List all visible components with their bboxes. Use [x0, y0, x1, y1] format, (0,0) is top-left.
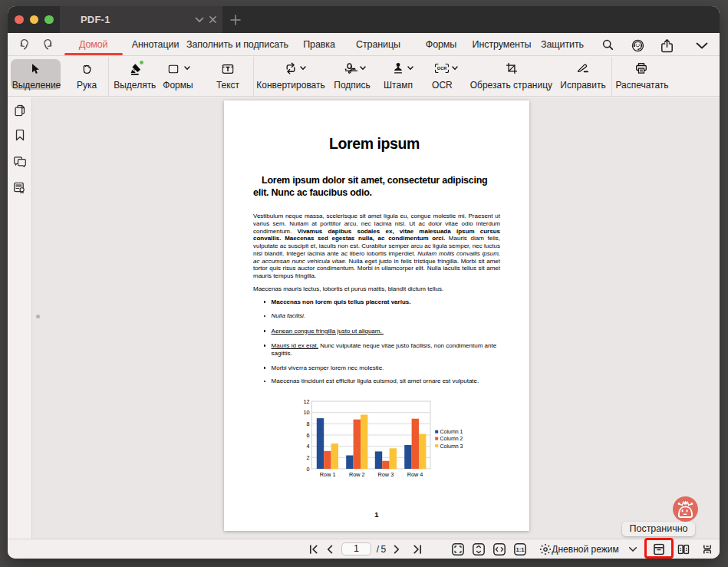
svg-text:4: 4 — [306, 443, 309, 450]
svg-text:Row 3: Row 3 — [378, 471, 394, 478]
svg-text:Row 4: Row 4 — [407, 471, 423, 478]
svg-text:Column 2: Column 2 — [440, 436, 463, 441]
svg-text:Row 2: Row 2 — [349, 471, 365, 478]
svg-text:0: 0 — [306, 466, 309, 473]
svg-text:Column 1: Column 1 — [440, 429, 463, 434]
svg-text:2: 2 — [306, 454, 309, 461]
svg-text:6: 6 — [306, 432, 309, 439]
svg-text:8: 8 — [306, 420, 309, 427]
svg-text:1:1: 1:1 — [516, 546, 525, 553]
svg-text:Column 3: Column 3 — [440, 443, 463, 449]
svg-text:10: 10 — [303, 409, 309, 416]
svg-text:OCR: OCR — [437, 66, 446, 71]
svg-text:Row 1: Row 1 — [320, 471, 336, 478]
svg-text:12: 12 — [303, 398, 309, 405]
